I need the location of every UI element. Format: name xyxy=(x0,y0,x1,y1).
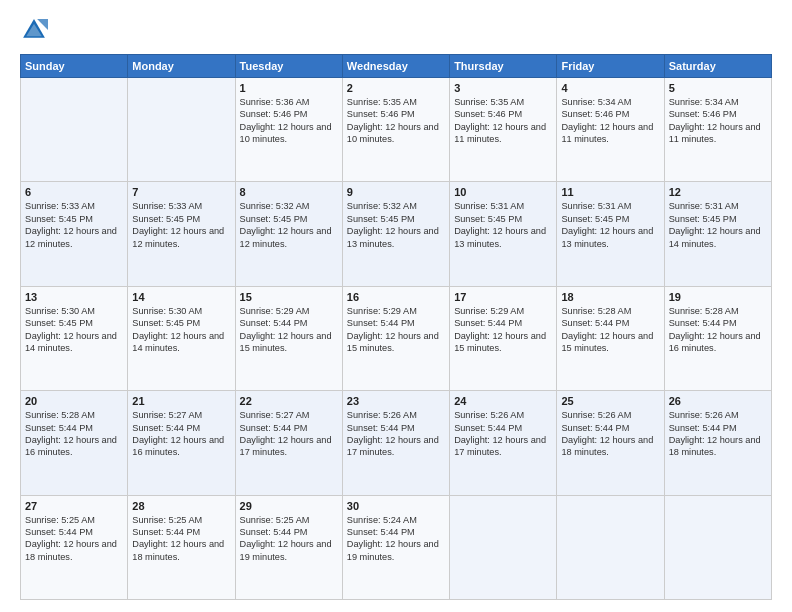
weekday-header-friday: Friday xyxy=(557,55,664,78)
day-detail: Sunrise: 5:26 AMSunset: 5:44 PMDaylight:… xyxy=(669,409,767,459)
day-number: 12 xyxy=(669,186,767,198)
day-number: 29 xyxy=(240,500,338,512)
day-detail: Sunrise: 5:32 AMSunset: 5:45 PMDaylight:… xyxy=(347,200,445,250)
day-number: 17 xyxy=(454,291,552,303)
weekday-header-tuesday: Tuesday xyxy=(235,55,342,78)
day-number: 9 xyxy=(347,186,445,198)
week-row-4: 20Sunrise: 5:28 AMSunset: 5:44 PMDayligh… xyxy=(21,391,772,495)
day-detail: Sunrise: 5:31 AMSunset: 5:45 PMDaylight:… xyxy=(561,200,659,250)
calendar-cell xyxy=(450,495,557,599)
day-number: 5 xyxy=(669,82,767,94)
calendar-cell: 22Sunrise: 5:27 AMSunset: 5:44 PMDayligh… xyxy=(235,391,342,495)
calendar-cell: 28Sunrise: 5:25 AMSunset: 5:44 PMDayligh… xyxy=(128,495,235,599)
calendar-cell xyxy=(21,78,128,182)
day-detail: Sunrise: 5:25 AMSunset: 5:44 PMDaylight:… xyxy=(240,514,338,564)
day-detail: Sunrise: 5:27 AMSunset: 5:44 PMDaylight:… xyxy=(132,409,230,459)
calendar-cell: 1Sunrise: 5:36 AMSunset: 5:46 PMDaylight… xyxy=(235,78,342,182)
calendar-cell xyxy=(664,495,771,599)
calendar-cell: 24Sunrise: 5:26 AMSunset: 5:44 PMDayligh… xyxy=(450,391,557,495)
day-detail: Sunrise: 5:35 AMSunset: 5:46 PMDaylight:… xyxy=(454,96,552,146)
day-detail: Sunrise: 5:33 AMSunset: 5:45 PMDaylight:… xyxy=(25,200,123,250)
calendar-cell: 14Sunrise: 5:30 AMSunset: 5:45 PMDayligh… xyxy=(128,286,235,390)
day-number: 25 xyxy=(561,395,659,407)
day-detail: Sunrise: 5:25 AMSunset: 5:44 PMDaylight:… xyxy=(25,514,123,564)
day-detail: Sunrise: 5:32 AMSunset: 5:45 PMDaylight:… xyxy=(240,200,338,250)
calendar-cell: 15Sunrise: 5:29 AMSunset: 5:44 PMDayligh… xyxy=(235,286,342,390)
day-detail: Sunrise: 5:26 AMSunset: 5:44 PMDaylight:… xyxy=(347,409,445,459)
calendar-cell: 4Sunrise: 5:34 AMSunset: 5:46 PMDaylight… xyxy=(557,78,664,182)
day-detail: Sunrise: 5:26 AMSunset: 5:44 PMDaylight:… xyxy=(454,409,552,459)
weekday-header-saturday: Saturday xyxy=(664,55,771,78)
calendar-table: SundayMondayTuesdayWednesdayThursdayFrid… xyxy=(20,54,772,600)
calendar-cell: 9Sunrise: 5:32 AMSunset: 5:45 PMDaylight… xyxy=(342,182,449,286)
calendar-cell: 12Sunrise: 5:31 AMSunset: 5:45 PMDayligh… xyxy=(664,182,771,286)
day-detail: Sunrise: 5:31 AMSunset: 5:45 PMDaylight:… xyxy=(669,200,767,250)
week-row-1: 1Sunrise: 5:36 AMSunset: 5:46 PMDaylight… xyxy=(21,78,772,182)
header xyxy=(20,16,772,44)
week-row-2: 6Sunrise: 5:33 AMSunset: 5:45 PMDaylight… xyxy=(21,182,772,286)
day-detail: Sunrise: 5:31 AMSunset: 5:45 PMDaylight:… xyxy=(454,200,552,250)
calendar-cell: 16Sunrise: 5:29 AMSunset: 5:44 PMDayligh… xyxy=(342,286,449,390)
day-detail: Sunrise: 5:25 AMSunset: 5:44 PMDaylight:… xyxy=(132,514,230,564)
calendar-cell: 20Sunrise: 5:28 AMSunset: 5:44 PMDayligh… xyxy=(21,391,128,495)
weekday-header-monday: Monday xyxy=(128,55,235,78)
calendar-cell: 21Sunrise: 5:27 AMSunset: 5:44 PMDayligh… xyxy=(128,391,235,495)
calendar-cell: 3Sunrise: 5:35 AMSunset: 5:46 PMDaylight… xyxy=(450,78,557,182)
day-detail: Sunrise: 5:26 AMSunset: 5:44 PMDaylight:… xyxy=(561,409,659,459)
day-detail: Sunrise: 5:33 AMSunset: 5:45 PMDaylight:… xyxy=(132,200,230,250)
calendar-cell: 13Sunrise: 5:30 AMSunset: 5:45 PMDayligh… xyxy=(21,286,128,390)
calendar-cell: 7Sunrise: 5:33 AMSunset: 5:45 PMDaylight… xyxy=(128,182,235,286)
day-detail: Sunrise: 5:28 AMSunset: 5:44 PMDaylight:… xyxy=(669,305,767,355)
day-number: 26 xyxy=(669,395,767,407)
logo-icon xyxy=(20,16,48,44)
calendar-cell xyxy=(128,78,235,182)
calendar-cell: 8Sunrise: 5:32 AMSunset: 5:45 PMDaylight… xyxy=(235,182,342,286)
day-number: 22 xyxy=(240,395,338,407)
calendar-cell: 27Sunrise: 5:25 AMSunset: 5:44 PMDayligh… xyxy=(21,495,128,599)
day-detail: Sunrise: 5:29 AMSunset: 5:44 PMDaylight:… xyxy=(347,305,445,355)
day-number: 21 xyxy=(132,395,230,407)
week-row-5: 27Sunrise: 5:25 AMSunset: 5:44 PMDayligh… xyxy=(21,495,772,599)
day-number: 23 xyxy=(347,395,445,407)
page: SundayMondayTuesdayWednesdayThursdayFrid… xyxy=(0,0,792,612)
week-row-3: 13Sunrise: 5:30 AMSunset: 5:45 PMDayligh… xyxy=(21,286,772,390)
day-detail: Sunrise: 5:34 AMSunset: 5:46 PMDaylight:… xyxy=(669,96,767,146)
calendar-cell: 19Sunrise: 5:28 AMSunset: 5:44 PMDayligh… xyxy=(664,286,771,390)
day-number: 30 xyxy=(347,500,445,512)
day-number: 15 xyxy=(240,291,338,303)
calendar-cell: 23Sunrise: 5:26 AMSunset: 5:44 PMDayligh… xyxy=(342,391,449,495)
day-detail: Sunrise: 5:29 AMSunset: 5:44 PMDaylight:… xyxy=(240,305,338,355)
day-detail: Sunrise: 5:28 AMSunset: 5:44 PMDaylight:… xyxy=(25,409,123,459)
day-number: 19 xyxy=(669,291,767,303)
calendar-cell: 25Sunrise: 5:26 AMSunset: 5:44 PMDayligh… xyxy=(557,391,664,495)
weekday-header-row: SundayMondayTuesdayWednesdayThursdayFrid… xyxy=(21,55,772,78)
day-number: 10 xyxy=(454,186,552,198)
day-number: 24 xyxy=(454,395,552,407)
weekday-header-thursday: Thursday xyxy=(450,55,557,78)
calendar-cell: 6Sunrise: 5:33 AMSunset: 5:45 PMDaylight… xyxy=(21,182,128,286)
calendar-cell: 18Sunrise: 5:28 AMSunset: 5:44 PMDayligh… xyxy=(557,286,664,390)
day-detail: Sunrise: 5:27 AMSunset: 5:44 PMDaylight:… xyxy=(240,409,338,459)
day-number: 4 xyxy=(561,82,659,94)
day-number: 11 xyxy=(561,186,659,198)
day-number: 1 xyxy=(240,82,338,94)
calendar-cell: 11Sunrise: 5:31 AMSunset: 5:45 PMDayligh… xyxy=(557,182,664,286)
day-number: 8 xyxy=(240,186,338,198)
day-number: 20 xyxy=(25,395,123,407)
calendar-cell: 30Sunrise: 5:24 AMSunset: 5:44 PMDayligh… xyxy=(342,495,449,599)
day-detail: Sunrise: 5:30 AMSunset: 5:45 PMDaylight:… xyxy=(132,305,230,355)
day-detail: Sunrise: 5:30 AMSunset: 5:45 PMDaylight:… xyxy=(25,305,123,355)
logo xyxy=(20,16,52,44)
calendar-cell: 5Sunrise: 5:34 AMSunset: 5:46 PMDaylight… xyxy=(664,78,771,182)
day-number: 2 xyxy=(347,82,445,94)
day-number: 14 xyxy=(132,291,230,303)
weekday-header-wednesday: Wednesday xyxy=(342,55,449,78)
calendar-cell: 26Sunrise: 5:26 AMSunset: 5:44 PMDayligh… xyxy=(664,391,771,495)
calendar-cell: 10Sunrise: 5:31 AMSunset: 5:45 PMDayligh… xyxy=(450,182,557,286)
day-detail: Sunrise: 5:29 AMSunset: 5:44 PMDaylight:… xyxy=(454,305,552,355)
calendar-cell: 29Sunrise: 5:25 AMSunset: 5:44 PMDayligh… xyxy=(235,495,342,599)
calendar-cell xyxy=(557,495,664,599)
day-detail: Sunrise: 5:24 AMSunset: 5:44 PMDaylight:… xyxy=(347,514,445,564)
calendar-cell: 2Sunrise: 5:35 AMSunset: 5:46 PMDaylight… xyxy=(342,78,449,182)
day-detail: Sunrise: 5:36 AMSunset: 5:46 PMDaylight:… xyxy=(240,96,338,146)
